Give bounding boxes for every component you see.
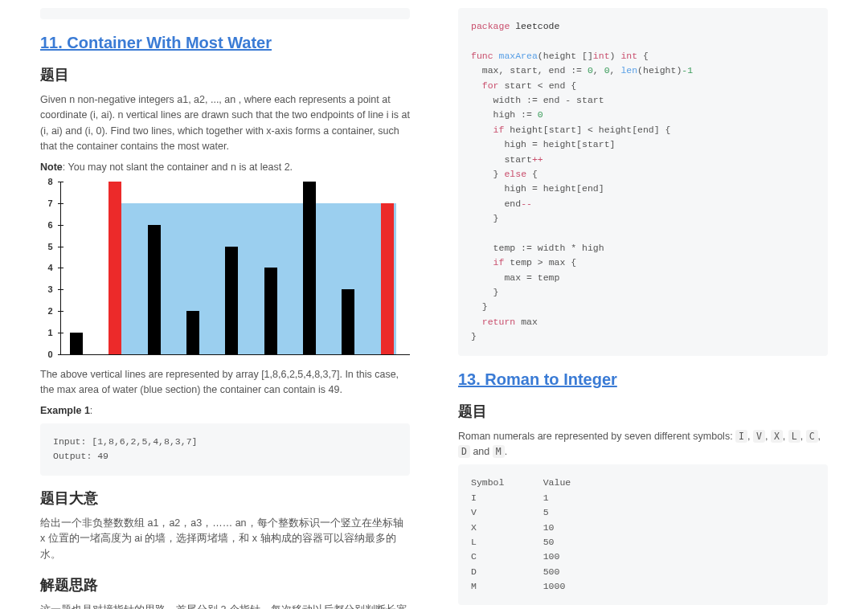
problem-note: Note: You may not slant the container an… — [40, 160, 410, 175]
y-tick: 2 — [40, 306, 60, 316]
example-code-block: Input: [1,8,6,2,5,4,8,3,7] Output: 49 — [40, 423, 410, 476]
go-code-block: package leetcode func maxArea(height []i… — [458, 8, 828, 356]
container-water-chart: 012345678 — [40, 182, 410, 362]
bar — [186, 311, 199, 354]
problem-13-title[interactable]: 13. Roman to Integer — [458, 370, 828, 389]
code-block-remnant — [40, 8, 410, 19]
symbol-I: I — [735, 430, 747, 443]
roman-intro: Roman numerals are represented by seven … — [458, 429, 828, 460]
symbol-L: L — [788, 430, 800, 443]
problem-description: Given n non-negative integers a1, a2, ..… — [40, 92, 410, 155]
bar — [148, 225, 161, 354]
y-tick: 5 — [40, 242, 60, 251]
heading-problem: 题目 — [40, 65, 410, 84]
chart-x-axis — [60, 354, 410, 355]
approach-text: 这一题也是对撞指针的思路。首尾分别 2 个指针，每次移动以后都分别判断长宽的乘积… — [40, 603, 410, 609]
symbol-C: C — [806, 430, 818, 443]
y-tick: 0 — [40, 349, 60, 359]
symbol-D: D — [458, 445, 470, 458]
y-tick: 3 — [40, 284, 60, 294]
bar-highlight — [381, 203, 394, 354]
bar — [342, 289, 354, 354]
symbol-X: X — [771, 430, 783, 443]
meaning-text: 给出一个非负整数数组 a1，a2，a3，…… an，每个整数标识一个竖立在坐标轴… — [40, 516, 410, 562]
problem-11-title[interactable]: 11. Container With Most Water — [40, 34, 410, 52]
chart-y-axis: 012345678 — [40, 182, 61, 354]
note-text: : You may not slant the container and n … — [63, 161, 293, 173]
symbol-value-table: Symbol Value I 1 V 5 X 10 L 50 C 100 D 5… — [458, 464, 828, 605]
bar — [264, 268, 277, 354]
y-tick: 7 — [40, 198, 60, 208]
y-tick: 1 — [40, 328, 60, 337]
bar-highlight — [108, 182, 121, 354]
y-tick: 4 — [40, 263, 60, 272]
left-column: 11. Container With Most Water 题目 Given n… — [40, 8, 410, 609]
chart-plot-area — [60, 182, 410, 354]
heading-meaning: 题目大意 — [40, 488, 410, 508]
heading-approach: 解题思路 — [40, 575, 410, 595]
heading-problem-13: 题目 — [458, 402, 828, 421]
bar — [70, 333, 83, 354]
y-tick: 6 — [40, 220, 60, 230]
right-column: package leetcode func maxArea(height []i… — [458, 8, 828, 609]
chart-caption: The above vertical lines are represented… — [40, 367, 410, 399]
y-tick: 8 — [40, 177, 60, 186]
example-label: Example 1: — [40, 403, 410, 419]
symbol-V: V — [753, 430, 765, 443]
symbol-M: M — [493, 445, 505, 458]
bar — [303, 182, 316, 354]
bar — [225, 247, 238, 354]
note-label: Note — [40, 161, 63, 173]
